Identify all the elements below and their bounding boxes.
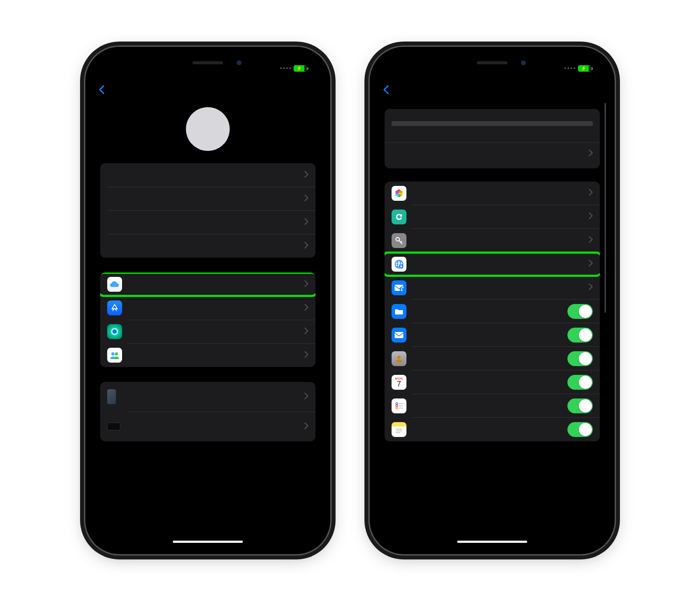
row-name-phone-email[interactable] xyxy=(100,163,315,187)
svg-point-1 xyxy=(115,353,118,356)
row-photos[interactable] xyxy=(385,182,600,205)
photos-icon xyxy=(392,186,406,201)
chevron-right-icon xyxy=(304,218,308,227)
reminders-icon xyxy=(392,398,406,413)
chevron-right-icon xyxy=(304,195,308,203)
row-hide-my-email[interactable] xyxy=(385,276,600,300)
row-icloud-drive[interactable] xyxy=(385,300,600,323)
toggle-calendars[interactable] xyxy=(567,375,593,390)
row-family-sharing[interactable] xyxy=(100,343,315,367)
scroll-indicator[interactable] xyxy=(605,103,606,313)
svg-point-19 xyxy=(396,405,398,406)
row-payment-shipping[interactable] xyxy=(100,210,315,234)
chevron-right-icon xyxy=(589,260,593,268)
row-private-relay[interactable] xyxy=(385,252,600,276)
screen-icloud: ⚡ xyxy=(378,55,607,546)
home-indicator[interactable] xyxy=(173,541,243,543)
svg-rect-12 xyxy=(400,266,402,267)
icloud-services-group: MON7 xyxy=(385,182,600,441)
storage-bar xyxy=(392,121,593,126)
profile-block xyxy=(100,107,315,151)
home-indicator[interactable] xyxy=(457,541,527,543)
row-device-iphone[interactable] xyxy=(100,382,315,412)
appletv-device-icon xyxy=(107,423,120,430)
battery-icon: ⚡ xyxy=(294,65,307,72)
chevron-right-icon xyxy=(304,328,308,336)
cellular-dots-icon xyxy=(564,67,575,69)
nav-bar xyxy=(378,78,607,101)
nav-bar xyxy=(93,78,322,101)
storage-legend xyxy=(392,132,593,136)
row-subscriptions[interactable] xyxy=(100,234,315,258)
account-group xyxy=(100,163,315,258)
appstore-icon xyxy=(107,300,122,315)
family-sharing-icon xyxy=(107,348,122,363)
chevron-right-icon xyxy=(589,189,593,197)
notch xyxy=(438,55,547,70)
services-group xyxy=(100,273,315,367)
back-button[interactable] xyxy=(98,85,107,94)
phone-right: ⚡ xyxy=(370,47,615,554)
row-media-purchases[interactable] xyxy=(100,296,315,320)
svg-point-18 xyxy=(396,402,398,404)
private-relay-icon xyxy=(392,257,406,272)
row-calendars[interactable]: MON7 xyxy=(385,370,600,394)
chevron-right-icon xyxy=(304,304,308,312)
row-find-my[interactable] xyxy=(100,320,315,343)
battery-icon: ⚡ xyxy=(578,65,591,72)
row-icloud[interactable] xyxy=(100,273,315,296)
toggle-contacts[interactable] xyxy=(567,351,593,366)
svg-point-0 xyxy=(112,353,115,356)
notes-icon xyxy=(392,422,406,437)
highlight-ring xyxy=(100,273,315,297)
mail-icon xyxy=(392,328,406,342)
chevron-right-icon xyxy=(589,148,593,158)
back-button[interactable] xyxy=(383,85,391,94)
chevron-right-icon xyxy=(304,393,308,401)
iphone-device-icon xyxy=(107,389,116,404)
screen-apple-id: ⚡ xyxy=(93,55,322,546)
phone-left: ⚡ xyxy=(85,47,330,554)
chevron-right-icon xyxy=(304,351,308,360)
legend-others xyxy=(420,132,426,136)
hide-my-email-icon xyxy=(392,280,406,295)
row-icloud-mail[interactable] xyxy=(385,323,600,347)
chevron-right-icon xyxy=(589,236,593,245)
row-password-security[interactable] xyxy=(100,187,315,210)
avatar[interactable] xyxy=(186,107,230,151)
row-contacts[interactable] xyxy=(385,347,600,370)
chevron-left-icon xyxy=(383,85,389,94)
svg-point-20 xyxy=(396,407,398,409)
row-keychain[interactable] xyxy=(385,229,600,252)
toggle-notes[interactable] xyxy=(567,422,593,437)
svg-rect-16 xyxy=(395,332,403,338)
legend-backups xyxy=(406,132,412,136)
devices-group xyxy=(100,382,315,441)
legend-family xyxy=(434,132,440,136)
key-icon xyxy=(392,233,406,248)
row-notes[interactable] xyxy=(385,418,600,441)
row-device-appletv[interactable] xyxy=(100,412,315,441)
toggle-icloud-mail[interactable] xyxy=(567,328,593,342)
notch xyxy=(153,55,262,70)
chevron-right-icon xyxy=(304,423,308,431)
row-manage-storage[interactable] xyxy=(392,143,593,164)
legend-photos xyxy=(392,132,398,136)
backup-icon xyxy=(392,210,406,224)
cellular-dots-icon xyxy=(280,67,291,69)
chevron-left-icon xyxy=(98,85,105,94)
calendar-icon: MON7 xyxy=(392,375,406,390)
toggle-icloud-drive[interactable] xyxy=(567,304,593,319)
chevron-right-icon xyxy=(304,280,308,289)
folder-icon xyxy=(392,304,406,319)
row-reminders[interactable] xyxy=(385,394,600,418)
chevron-right-icon xyxy=(304,171,308,179)
svg-point-17 xyxy=(398,356,401,359)
svg-point-7 xyxy=(396,190,399,194)
svg-point-15 xyxy=(401,288,402,290)
storage-card xyxy=(385,109,600,168)
toggle-reminders[interactable] xyxy=(567,398,593,413)
highlight-ring xyxy=(385,252,600,277)
contacts-icon xyxy=(392,351,406,366)
row-icloud-backup[interactable] xyxy=(385,205,600,229)
